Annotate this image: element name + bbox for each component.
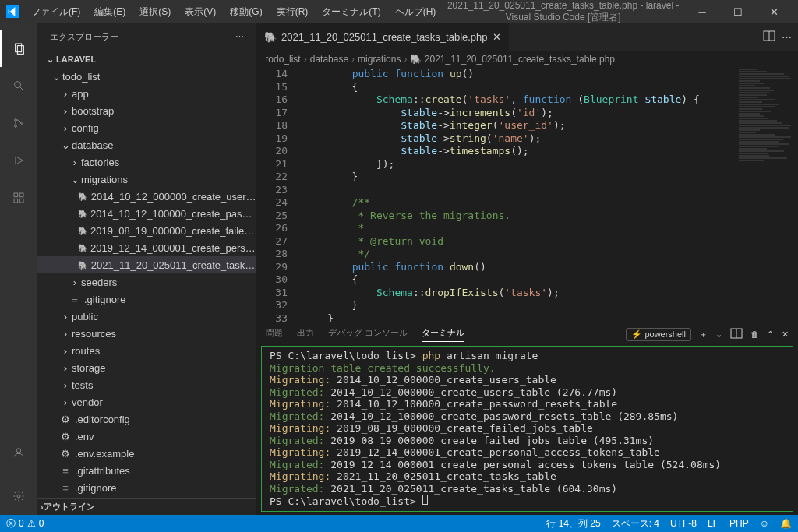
tab-close-icon[interactable]: ✕: [493, 31, 501, 43]
error-icon: ⓧ: [6, 517, 16, 530]
tree-item[interactable]: ⌄migrations: [37, 171, 256, 188]
menu-item[interactable]: 選択(S): [133, 2, 177, 22]
tree-item[interactable]: ›resources: [37, 325, 256, 342]
breadcrumb-item[interactable]: 🐘 2021_11_20_025011_create_tasks_table.p…: [410, 54, 615, 65]
php-icon: 🐘: [78, 244, 87, 252]
tree-item[interactable]: ⌄todo_list: [37, 68, 256, 85]
terminal-shell-label[interactable]: ⚡ powershell: [626, 328, 691, 341]
tree-item[interactable]: ⌄database: [37, 136, 256, 153]
svg-point-4: [15, 119, 17, 122]
status-notifications-icon[interactable]: 🔔: [780, 517, 792, 530]
outline-section[interactable]: ›アウトライン: [37, 498, 256, 515]
menu-item[interactable]: ターミナル(T): [316, 2, 387, 22]
tree-item[interactable]: ≡.gitattributes: [37, 462, 256, 479]
close-panel-icon[interactable]: ✕: [782, 329, 789, 340]
svg-point-12: [16, 449, 20, 453]
svg-line-3: [20, 87, 23, 90]
more-actions-icon[interactable]: ⋯: [782, 31, 792, 43]
settings-icon[interactable]: [0, 477, 37, 515]
sidebar-more-icon[interactable]: ⋯: [235, 32, 244, 42]
tree-item[interactable]: 🐘2021_11_20_025011_create_tasks_table.ph…: [37, 256, 256, 273]
split-terminal-icon[interactable]: [730, 327, 743, 341]
status-eol[interactable]: LF: [708, 517, 719, 530]
maximize-panel-icon[interactable]: ⌃: [767, 329, 774, 340]
status-encoding[interactable]: UTF-8: [670, 517, 697, 530]
breadcrumb-item[interactable]: migrations: [358, 54, 401, 65]
svg-point-2: [15, 82, 21, 88]
terminal-output[interactable]: PS C:\laravel\todo_list> php artisan mig…: [261, 346, 793, 512]
editor-tab[interactable]: 🐘 2021_11_20_025011_create_tasks_table.p…: [256, 23, 510, 51]
tree-item[interactable]: 🐘2014_10_12_100000_create_password_reset…: [37, 205, 256, 222]
explorer-icon[interactable]: [0, 30, 37, 67]
tree-item[interactable]: ›app: [37, 85, 256, 102]
tree-item[interactable]: ›config: [37, 119, 256, 136]
account-icon[interactable]: [0, 434, 37, 471]
tree-item[interactable]: 🐘2014_10_12_000000_create_users_table.ph…: [37, 188, 256, 205]
tree-item[interactable]: ≡.gitignore: [37, 291, 256, 308]
warning-icon: ⚠: [27, 518, 36, 529]
window-title: 2021_11_20_025011_create_tasks_table.php…: [442, 0, 684, 24]
svg-rect-8: [14, 193, 18, 197]
tree-item[interactable]: 🐘2019_12_14_000001_create_personal_acces…: [37, 239, 256, 256]
tree-item[interactable]: ⚙.editorconfig: [37, 410, 256, 428]
status-language[interactable]: PHP: [729, 517, 749, 530]
status-errors[interactable]: ⓧ0 ⚠0: [6, 517, 44, 530]
tree-item[interactable]: ⚙.env.example: [37, 445, 256, 462]
close-button[interactable]: ✕: [756, 0, 792, 23]
php-icon: 🐘: [264, 31, 277, 43]
extensions-icon[interactable]: [0, 179, 37, 217]
menu-item[interactable]: 実行(R): [270, 2, 315, 22]
status-position[interactable]: 行 14、列 25: [546, 517, 600, 530]
php-icon: 🐘: [78, 210, 87, 218]
status-spaces[interactable]: スペース: 4: [612, 517, 659, 530]
terminal-dropdown-icon[interactable]: ⌄: [715, 329, 722, 340]
panel-tab[interactable]: ターミナル: [422, 327, 464, 342]
sidebar-root[interactable]: ⌄LARAVEL: [37, 51, 256, 68]
tree-item[interactable]: ≡.gitignore: [37, 479, 256, 496]
panel-tab[interactable]: デバッグ コンソール: [328, 327, 408, 342]
code-editor[interactable]: 1415161718192021222324252627282930313233…: [256, 68, 798, 322]
editor-area: 🐘 2021_11_20_025011_create_tasks_table.p…: [256, 23, 798, 515]
breadcrumb-item[interactable]: todo_list: [266, 54, 301, 65]
split-editor-icon[interactable]: [763, 30, 775, 44]
tree-item[interactable]: ›vendor: [37, 393, 256, 410]
debug-icon[interactable]: [0, 142, 37, 179]
menu-bar: ファイル(F)編集(E)選択(S)表示(V)移動(G)実行(R)ターミナル(T)…: [25, 2, 442, 22]
php-icon: 🐘: [78, 192, 88, 201]
search-icon[interactable]: [0, 67, 37, 104]
breadcrumbs[interactable]: todo_list›database›migrations›🐘 2021_11_…: [256, 51, 798, 68]
maximize-button[interactable]: ☐: [720, 0, 756, 23]
new-terminal-icon[interactable]: ＋: [699, 329, 708, 340]
minimize-button[interactable]: ─: [684, 0, 720, 23]
title-bar: ファイル(F)編集(E)選択(S)表示(V)移動(G)実行(R)ターミナル(T)…: [0, 0, 798, 23]
line-gutter: 1415161718192021222324252627282930313233…: [256, 68, 303, 322]
tree-item[interactable]: ›public: [37, 308, 256, 325]
menu-item[interactable]: 表示(V): [178, 2, 222, 22]
status-feedback-icon[interactable]: ☺: [760, 517, 769, 530]
minimap[interactable]: [736, 68, 798, 322]
panel-tab[interactable]: 問題: [266, 327, 283, 342]
tree-item[interactable]: ›seeders: [37, 273, 256, 291]
php-icon: 🐘: [78, 227, 87, 235]
tree-item[interactable]: ›routes: [37, 342, 256, 359]
panel-tab[interactable]: 出力: [297, 327, 314, 342]
tree-item[interactable]: ⚙.env: [37, 428, 256, 445]
tabs-actions: ⋯: [757, 23, 798, 51]
tree-item[interactable]: 🐘2019_08_19_000000_create_failed_jobs_ta…: [37, 222, 256, 239]
tree-item[interactable]: ›bootstrap: [37, 102, 256, 119]
menu-item[interactable]: 移動(G): [224, 2, 268, 22]
tree-item[interactable]: ›factories: [37, 153, 256, 171]
svg-marker-7: [16, 157, 23, 165]
tree-item[interactable]: ›storage: [37, 359, 256, 376]
file-icon: ≡: [59, 482, 72, 494]
tree-item[interactable]: ›tests: [37, 376, 256, 393]
breadcrumb-item[interactable]: database: [310, 54, 348, 65]
source-control-icon[interactable]: [0, 104, 37, 142]
menu-item[interactable]: 編集(E): [88, 2, 132, 22]
activity-bar: [0, 23, 37, 515]
sidebar-header: エクスプローラー ⋯: [37, 23, 256, 51]
menu-item[interactable]: ヘルプ(H): [389, 2, 443, 22]
code-content[interactable]: public function up() { Schema::create('t…: [303, 68, 798, 322]
menu-item[interactable]: ファイル(F): [25, 2, 87, 22]
kill-terminal-icon[interactable]: 🗑: [750, 329, 759, 339]
